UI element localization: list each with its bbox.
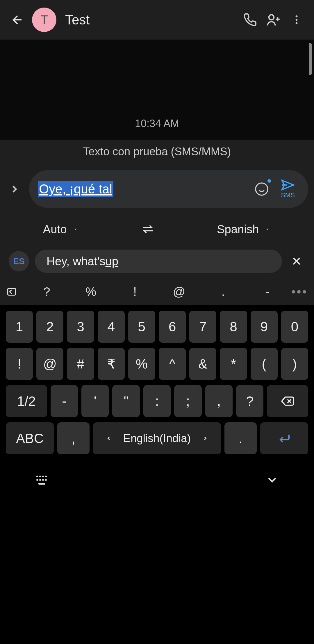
keyboard-rows: 1 2 3 4 5 6 7 8 9 0 ! @ # ₹ % ^ & * ( ) … bbox=[0, 305, 314, 462]
swap-languages-button[interactable] bbox=[142, 223, 154, 236]
key-3[interactable]: 3 bbox=[67, 311, 94, 343]
selected-text: Oye, ¡qué tal bbox=[38, 181, 113, 197]
key-caret[interactable]: ^ bbox=[159, 348, 186, 380]
key-at[interactable]: @ bbox=[36, 348, 63, 380]
expand-attachments-button[interactable] bbox=[3, 177, 26, 201]
chevron-left-icon bbox=[106, 435, 112, 441]
svg-point-10 bbox=[36, 479, 38, 481]
keyboard-row-3: 1/2 - ' " : ; , ? bbox=[6, 385, 308, 417]
keyboard-row-2: ! @ # ₹ % ^ & * ( ) bbox=[6, 348, 308, 380]
key-abc[interactable]: ABC bbox=[6, 422, 54, 454]
key-period[interactable]: . bbox=[224, 422, 256, 454]
svg-point-1 bbox=[296, 15, 298, 17]
key-backspace[interactable] bbox=[267, 385, 308, 417]
key-exclaim[interactable]: ! bbox=[6, 348, 33, 380]
toolbar-more-button[interactable]: ••• bbox=[291, 285, 308, 299]
language-badge[interactable]: ES bbox=[9, 251, 29, 271]
add-contact-button[interactable] bbox=[262, 8, 285, 31]
svg-point-6 bbox=[36, 476, 38, 477]
app-header: T Test bbox=[0, 0, 314, 40]
key-lparen[interactable]: ( bbox=[251, 348, 278, 380]
svg-point-4 bbox=[256, 183, 268, 195]
keyboard: ? % ! @ . - ••• 1 2 3 4 5 6 7 8 9 0 ! @ … bbox=[0, 279, 314, 497]
keyboard-switch-button[interactable] bbox=[35, 474, 49, 486]
target-language-selector[interactable]: Spanish bbox=[217, 223, 271, 236]
key-dash[interactable]: - bbox=[51, 385, 78, 417]
key-1[interactable]: 1 bbox=[6, 311, 33, 343]
navigation-bar bbox=[0, 462, 314, 497]
contact-avatar[interactable]: T bbox=[32, 8, 56, 32]
key-page-toggle[interactable]: 1/2 bbox=[6, 385, 47, 417]
key-hash[interactable]: # bbox=[67, 348, 94, 380]
keyboard-collapse-button[interactable] bbox=[6, 286, 23, 298]
keyboard-row-1: 1 2 3 4 5 6 7 8 9 0 bbox=[6, 311, 308, 343]
keyboard-toolbar: ? % ! @ . - ••• bbox=[0, 279, 314, 305]
notification-dot-icon bbox=[267, 179, 271, 183]
key-0[interactable]: 0 bbox=[281, 311, 308, 343]
scrollbar[interactable] bbox=[309, 43, 312, 75]
spacebar-language-label: English(India) bbox=[123, 432, 191, 445]
key-apos[interactable]: ' bbox=[81, 385, 109, 417]
key-amp[interactable]: & bbox=[189, 348, 216, 380]
key-5[interactable]: 5 bbox=[128, 311, 155, 343]
translation-suggestion-row: ES Hey, what's up bbox=[0, 244, 314, 279]
key-rupee[interactable]: ₹ bbox=[98, 348, 125, 380]
toolbar-key-at[interactable]: @ bbox=[158, 285, 200, 299]
svg-point-0 bbox=[269, 15, 274, 20]
translation-banner: Texto con prueba (SMS/MMS) bbox=[0, 140, 314, 163]
messages-area[interactable]: 10:34 AM bbox=[0, 40, 314, 140]
svg-point-7 bbox=[39, 476, 41, 477]
key-8[interactable]: 8 bbox=[220, 311, 247, 343]
key-6[interactable]: 6 bbox=[159, 311, 186, 343]
toolbar-key-question[interactable]: ? bbox=[26, 285, 67, 299]
translate-bar: Auto Spanish bbox=[0, 215, 314, 244]
message-timestamp: 10:34 AM bbox=[0, 118, 314, 130]
key-comma[interactable]: , bbox=[57, 422, 89, 454]
key-4[interactable]: 4 bbox=[98, 311, 125, 343]
toolbar-key-dash[interactable]: - bbox=[247, 285, 288, 299]
compose-area: Oye, ¡qué tal SMS bbox=[0, 163, 314, 215]
key-enter[interactable] bbox=[260, 422, 308, 454]
svg-rect-14 bbox=[38, 483, 45, 485]
send-label: SMS bbox=[281, 191, 295, 199]
key-comma-sym[interactable]: , bbox=[205, 385, 233, 417]
svg-point-13 bbox=[45, 479, 47, 481]
key-spacebar[interactable]: English(India) bbox=[93, 422, 221, 454]
send-button[interactable]: SMS bbox=[276, 179, 299, 199]
toolbar-key-percent[interactable]: % bbox=[70, 285, 112, 299]
svg-point-11 bbox=[39, 479, 41, 481]
keyboard-row-4: ABC , English(India) . bbox=[6, 422, 308, 454]
back-button[interactable] bbox=[6, 8, 29, 31]
emoji-button[interactable] bbox=[253, 180, 270, 198]
svg-point-3 bbox=[296, 22, 298, 24]
source-language-selector[interactable]: Auto bbox=[43, 223, 79, 236]
key-question[interactable]: ? bbox=[236, 385, 263, 417]
key-rparen[interactable]: ) bbox=[281, 348, 308, 380]
target-language-label: Spanish bbox=[217, 223, 259, 236]
translation-suggestion[interactable]: Hey, what's up bbox=[35, 250, 282, 273]
chevron-down-icon bbox=[72, 226, 79, 233]
compose-input[interactable]: Oye, ¡qué tal bbox=[38, 182, 253, 196]
key-colon[interactable]: : bbox=[143, 385, 171, 417]
key-semicolon[interactable]: ; bbox=[174, 385, 201, 417]
hide-keyboard-button[interactable] bbox=[265, 473, 279, 487]
toolbar-key-exclaim[interactable]: ! bbox=[114, 285, 156, 299]
key-9[interactable]: 9 bbox=[251, 311, 278, 343]
contact-title[interactable]: Test bbox=[65, 12, 238, 28]
compose-input-container: Oye, ¡qué tal SMS bbox=[29, 170, 308, 208]
key-star[interactable]: * bbox=[220, 348, 247, 380]
suggestion-text-prefix: Hey, what's bbox=[47, 255, 106, 268]
key-2[interactable]: 2 bbox=[36, 311, 63, 343]
toolbar-key-period[interactable]: . bbox=[203, 285, 244, 299]
close-suggestion-button[interactable] bbox=[288, 252, 305, 270]
call-button[interactable] bbox=[238, 8, 262, 31]
more-options-button[interactable] bbox=[285, 8, 308, 31]
key-quote[interactable]: " bbox=[112, 385, 140, 417]
svg-rect-5 bbox=[8, 288, 16, 295]
key-7[interactable]: 7 bbox=[189, 311, 216, 343]
key-percent[interactable]: % bbox=[128, 348, 155, 380]
chevron-right-icon bbox=[202, 435, 208, 441]
svg-point-9 bbox=[45, 476, 47, 477]
svg-point-12 bbox=[42, 479, 44, 481]
chevron-down-icon bbox=[264, 226, 271, 233]
